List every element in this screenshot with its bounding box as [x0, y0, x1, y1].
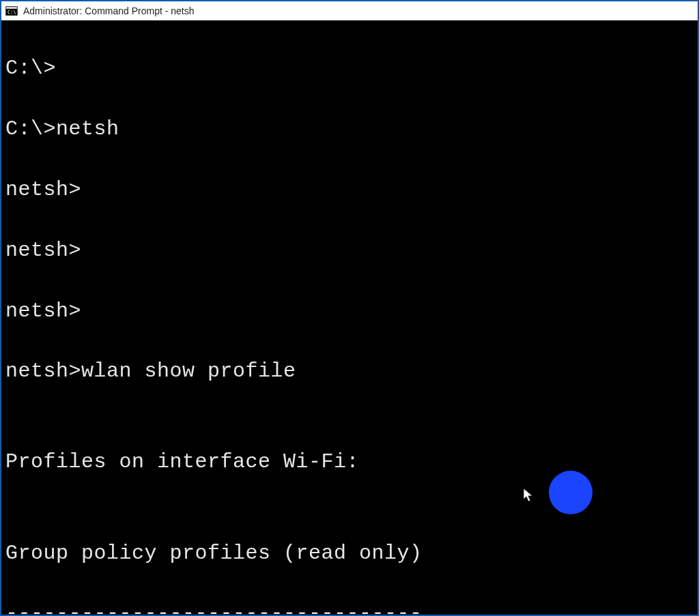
- terminal-line: ---------------------------------: [5, 598, 694, 615]
- terminal-line: netsh>: [5, 296, 694, 326]
- terminal-line: C:\>netsh: [5, 114, 694, 144]
- svg-rect-1: [6, 7, 17, 9]
- terminal-line: C:\>: [5, 53, 694, 83]
- titlebar[interactable]: C:\ Administrator: Command Prompt - nets…: [1, 1, 698, 20]
- terminal-line: netsh>: [5, 175, 694, 205]
- window-title: Administrator: Command Prompt - netsh: [23, 5, 195, 16]
- svg-text:C:\: C:\: [8, 10, 16, 15]
- cmd-icon: C:\: [5, 6, 18, 16]
- terminal-area[interactable]: C:\> C:\>netsh netsh> netsh> netsh> nets…: [1, 20, 698, 615]
- terminal-line: Group policy profiles (read only): [5, 538, 694, 568]
- click-highlight-indicator: [549, 471, 593, 514]
- command-prompt-window: C:\ Administrator: Command Prompt - nets…: [0, 0, 699, 616]
- terminal-line: netsh>wlan show profile: [5, 356, 694, 386]
- terminal-line: Profiles on interface Wi-Fi:: [5, 447, 694, 477]
- terminal-line: netsh>: [5, 235, 694, 265]
